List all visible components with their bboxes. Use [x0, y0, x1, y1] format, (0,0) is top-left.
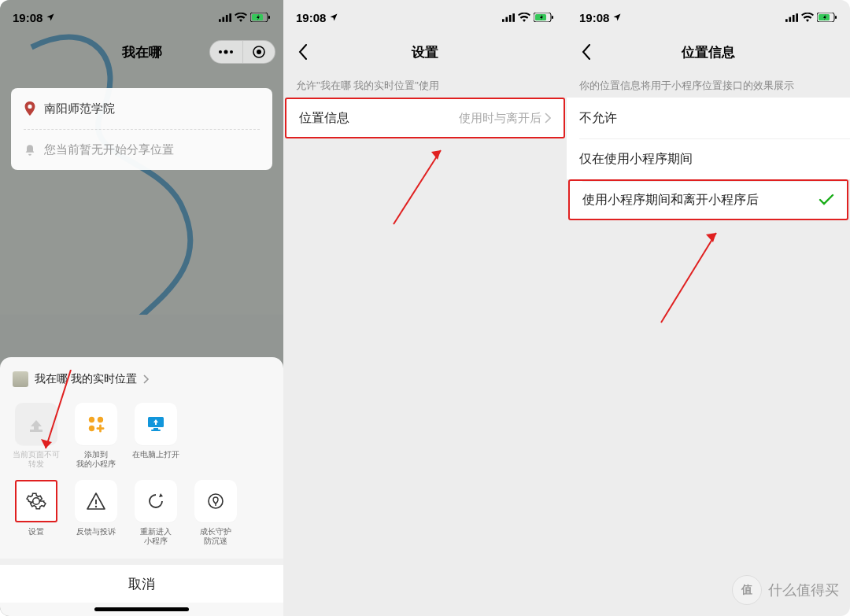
svg-rect-35	[789, 17, 791, 21]
sheet-header[interactable]: 我在哪 我的实时位置	[0, 368, 283, 397]
nav-bar: 位置信息	[567, 35, 850, 69]
page-title: 位置信息	[682, 43, 735, 61]
cancel-button[interactable]: 取消	[0, 559, 283, 603]
share-icon	[15, 403, 57, 445]
share-hint-text: 您当前暂无开始分享位置	[44, 142, 174, 157]
svg-point-17	[98, 417, 103, 422]
svg-point-16	[89, 417, 94, 422]
svg-rect-37	[796, 13, 798, 22]
action-label: 重新进入 小程序	[140, 527, 172, 546]
check-icon	[819, 194, 834, 206]
action-feedback[interactable]: 反馈与投诉	[71, 480, 121, 546]
watermark-logo-icon: 值	[732, 575, 762, 605]
svg-point-10	[230, 50, 233, 53]
cellular-icon	[785, 13, 798, 22]
svg-rect-26	[505, 17, 508, 21]
warning-icon	[75, 480, 117, 522]
option-0[interactable]: 不允许	[567, 98, 850, 138]
capsule-close-button[interactable]	[243, 41, 275, 63]
svg-rect-31	[552, 16, 553, 19]
svg-rect-15	[30, 430, 42, 432]
battery-icon	[250, 13, 271, 22]
screen-settings: 19:08 设置 允许"我在哪 我的实时位置"使用 位置信息 使用时与离开后	[283, 0, 567, 616]
cell-location-info[interactable]: 位置信息 使用时与离开后	[285, 98, 565, 138]
option-2[interactable]: 使用小程序期间和离开小程序后	[568, 179, 848, 220]
action-add-miniprogram[interactable]: 添加到 我的小程序	[71, 403, 121, 469]
action-sheet: 我在哪 我的实时位置 当前页面不可 转发 添加到 我的小程序 在电脑上打开 设置	[0, 357, 283, 616]
status-bar: 19:08	[0, 0, 283, 35]
cell-label: 位置信息	[299, 110, 349, 127]
sheet-row-1: 当前页面不可 转发 添加到 我的小程序 在电脑上打开	[0, 397, 283, 474]
svg-rect-21	[151, 430, 161, 431]
status-time: 19:08	[579, 11, 609, 24]
svg-rect-34	[785, 19, 788, 22]
page-title: 我在哪	[122, 43, 162, 61]
section-description: 你的位置信息将用于小程序位置接口的效果展示	[567, 69, 850, 98]
back-button[interactable]	[291, 40, 315, 64]
option-label: 仅在使用小程序期间	[579, 151, 693, 168]
svg-rect-36	[793, 14, 795, 21]
sheet-title: 我在哪 我的实时位置	[35, 372, 137, 386]
svg-point-9	[224, 50, 228, 54]
action-label: 反馈与投诉	[76, 527, 116, 537]
action-label: 在电脑上打开	[132, 450, 179, 459]
watermark-text: 什么值得买	[768, 581, 839, 599]
svg-rect-20	[153, 428, 158, 430]
annotation-arrow-option	[645, 228, 724, 330]
open-pc-icon	[135, 403, 177, 445]
svg-point-12	[257, 50, 261, 54]
svg-rect-28	[512, 13, 515, 22]
section-description: 允许"我在哪 我的实时位置"使用	[283, 69, 567, 98]
svg-point-8	[219, 50, 222, 53]
share-hint-row[interactable]: 您当前暂无开始分享位置	[24, 129, 260, 170]
screen-action-sheet: 19:08 我在哪 南阳师范学院 您当前暂无开始分享位置	[0, 0, 283, 616]
wifi-icon	[801, 13, 814, 22]
pin-icon	[24, 101, 36, 116]
guard-icon	[194, 480, 237, 522]
status-time: 19:08	[296, 11, 326, 24]
svg-line-32	[394, 150, 441, 224]
cellular-icon	[219, 13, 231, 22]
action-share-disabled: 当前页面不可 转发	[11, 403, 61, 469]
home-indicator	[94, 607, 189, 611]
wifi-icon	[235, 13, 247, 22]
action-guard[interactable]: 成长守护 防沉迷	[190, 480, 241, 546]
svg-marker-33	[431, 150, 441, 160]
action-open-pc[interactable]: 在电脑上打开	[131, 403, 181, 469]
back-button[interactable]	[575, 40, 598, 64]
chevron-right-icon	[143, 374, 150, 384]
svg-point-24	[209, 494, 223, 508]
status-bar: 19:08	[283, 0, 567, 35]
status-time: 19:08	[13, 11, 42, 24]
svg-point-18	[89, 426, 94, 431]
svg-rect-2	[222, 17, 224, 21]
location-services-icon	[612, 13, 622, 22]
option-label: 不允许	[579, 110, 617, 127]
cellular-icon	[502, 13, 515, 22]
option-label: 使用小程序期间和离开小程序后	[582, 192, 759, 208]
svg-rect-40	[835, 16, 837, 19]
option-1[interactable]: 仅在使用小程序期间	[567, 138, 850, 179]
location-services-icon	[46, 13, 55, 22]
battery-icon	[534, 13, 554, 22]
bell-icon	[24, 144, 36, 157]
svg-rect-1	[219, 19, 221, 22]
chevron-right-icon	[545, 113, 551, 124]
action-settings[interactable]: 设置	[11, 480, 61, 546]
add-mini-icon	[75, 403, 117, 445]
svg-rect-4	[229, 13, 231, 22]
svg-rect-25	[502, 19, 504, 22]
svg-point-23	[95, 506, 97, 507]
capsule-menu-button[interactable]	[210, 41, 243, 63]
miniprogram-capsule	[209, 40, 275, 64]
nav-bar: 设置	[283, 35, 567, 69]
options-list: 不允许仅在使用小程序期间使用小程序期间和离开小程序后	[567, 98, 850, 220]
wifi-icon	[518, 13, 530, 22]
miniprogram-avatar-icon	[13, 371, 28, 387]
cell-value: 使用时与离开后	[459, 111, 551, 126]
action-restart[interactable]: 重新进入 小程序	[131, 480, 181, 546]
page-title: 设置	[412, 43, 438, 61]
screen-location-permission: 19:08 位置信息 你的位置信息将用于小程序位置接口的效果展示 不允许仅在使用…	[567, 0, 850, 616]
svg-rect-27	[509, 14, 512, 21]
location-row[interactable]: 南阳师范学院	[24, 88, 260, 129]
